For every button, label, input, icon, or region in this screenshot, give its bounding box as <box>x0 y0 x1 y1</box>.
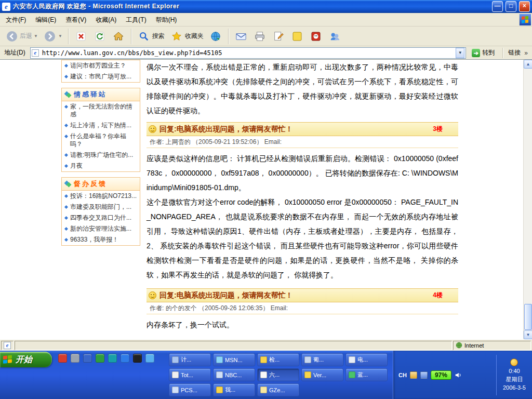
volume-icon[interactable] <box>71 354 79 363</box>
menu-favorites[interactable]: 收藏(A) <box>91 14 121 26</box>
vertical-scrollbar[interactable]: ▲ ▼ <box>523 60 532 339</box>
mail-button[interactable] <box>233 29 250 44</box>
sidebar-topic-link[interactable]: 投诉：16路皖NO7213... <box>62 191 140 202</box>
menu-edit[interactable]: 编辑(E) <box>31 14 61 26</box>
menu-help[interactable]: 帮助(H) <box>151 14 182 26</box>
home-button[interactable] <box>110 29 127 44</box>
qq-button[interactable] <box>308 29 325 44</box>
bullet-icon <box>64 238 68 242</box>
language-indicator[interactable]: CH <box>398 372 407 378</box>
sidebar-topic-link[interactable]: 月夜 <box>62 161 140 171</box>
sidebar-topic-link[interactable]: 建议：市民广场可放... <box>62 71 140 82</box>
taskbar-button[interactable]: NBC... <box>213 368 255 381</box>
close-button[interactable]: × <box>519 1 530 12</box>
stop-button[interactable] <box>73 29 90 44</box>
taskbar-button[interactable]: Ver... <box>301 368 343 381</box>
links-chevron-icon[interactable]: » <box>523 49 530 57</box>
go-button[interactable]: ➔ 转到 <box>469 48 498 58</box>
qq-icon[interactable] <box>133 354 142 363</box>
status-message-cell <box>15 341 452 350</box>
sidebar-topic-link[interactable]: 坛上冷清，坛下热情... <box>62 120 140 131</box>
sidebar-topic-link[interactable]: 四季春交叉路口为什... <box>62 212 140 223</box>
search-button[interactable]: 搜索 <box>136 29 167 44</box>
media-button[interactable] <box>207 29 224 44</box>
security-icon[interactable] <box>420 371 428 379</box>
media-player-icon[interactable] <box>58 354 67 363</box>
task-label: 我... <box>225 386 235 394</box>
taskbar-button[interactable]: 我... <box>213 383 255 396</box>
print-button[interactable] <box>251 29 269 44</box>
sidebar-topic-link[interactable]: 市建委及职能部门，... <box>62 202 140 212</box>
taskbar-button[interactable]: MSN... <box>213 353 255 366</box>
volume-icon[interactable] <box>455 371 462 379</box>
taskbar-button[interactable]: Tot... <box>169 368 211 381</box>
quick-launch-bar <box>58 354 154 363</box>
ie-app-icon: e <box>2 3 10 11</box>
stop-icon <box>75 30 88 43</box>
menu-file[interactable]: 文件(F) <box>1 14 31 26</box>
messenger-button[interactable] <box>326 29 343 44</box>
taskbar-button[interactable]: 计... <box>169 353 211 366</box>
sidebar-topic-link[interactable]: 家，一段无法割舍的情感 <box>62 101 140 120</box>
reply-author-line: 作者: 的个的发个 （2005-09-26 12:06:35） Email: <box>147 302 458 314</box>
section-title: 情感驿站 <box>74 90 107 99</box>
maximize-button[interactable]: □ <box>506 1 516 12</box>
forum-main: 偶尔一次不理会，系统出错是正常的，重新启动即可，出现次数多了，两种情况比较常见，… <box>147 60 458 334</box>
favorites-button[interactable]: 收藏夹 <box>168 29 206 44</box>
minimize-button[interactable]: — <box>492 1 503 12</box>
taskbar-button[interactable]: 葡... <box>301 353 343 366</box>
taskbar-button-active[interactable]: 六... <box>257 368 299 381</box>
links-label[interactable]: 链接 <box>508 48 521 57</box>
ime-icon[interactable] <box>410 371 417 379</box>
sidebar-topics-box: 请问市都芳园业主？ 建议：市民广场可放... <box>61 60 140 83</box>
back-label: 后退 <box>20 32 32 41</box>
address-dropdown-icon[interactable]: ▼ <box>456 48 464 58</box>
sidebar-topic-link[interactable]: 96333，我举报！ <box>62 234 140 245</box>
back-button[interactable]: 后退 ▼ <box>3 29 40 44</box>
start-button[interactable]: 开始 <box>0 352 52 367</box>
reply-body: 内存条坏了，换一个试试。 <box>147 314 458 334</box>
edit-button[interactable] <box>270 29 287 44</box>
notes-button[interactable] <box>289 29 306 44</box>
sidebar-topic-link[interactable]: 什么是幸福？你幸福吗？ <box>62 131 140 150</box>
forward-dropdown-icon[interactable]: ▼ <box>58 34 62 38</box>
bullet-icon <box>64 194 68 198</box>
address-input[interactable] <box>41 49 454 57</box>
battery-indicator[interactable]: 97% <box>431 370 451 380</box>
forward-button[interactable]: ▼ <box>42 29 64 44</box>
sidebar-topic-link[interactable]: 请问市都芳园业主？ <box>62 60 140 71</box>
back-dropdown-icon[interactable]: ▼ <box>34 34 38 38</box>
taskbar-button[interactable]: GZe... <box>257 383 299 396</box>
reply-paragraph: 这个是微软官方对这个error code的解释， 0x10000050 erro… <box>147 195 458 282</box>
scroll-down-icon[interactable]: ▼ <box>524 330 532 339</box>
scrollbar-thumb[interactable] <box>524 304 532 330</box>
ie-icon[interactable] <box>121 354 129 363</box>
save-disk-icon[interactable] <box>83 354 92 363</box>
taskbar-button[interactable]: 蓝... <box>345 368 388 381</box>
sidebar-topic-link[interactable]: 新的治安管理法实施... <box>62 223 140 234</box>
refresh-button[interactable] <box>91 29 109 44</box>
address-input-wrap: e ▼ <box>30 47 467 59</box>
menu-view[interactable]: 查看(V) <box>61 14 91 26</box>
bullet-icon <box>64 105 68 109</box>
taskbar-button[interactable]: PCS... <box>169 383 211 396</box>
post-body-text: 偶尔一次不理会，系统出错是正常的，重新启动即可，出现次数多了，两种情况比较常见，… <box>147 60 458 118</box>
antivirus-icon[interactable] <box>96 354 104 363</box>
section-title: 督办反馈 <box>74 179 107 189</box>
reply-header: 回复:电脑系统出现问题，烦请网友帮忙！ 4楼 <box>147 288 458 302</box>
windows-flag-icon <box>3 355 12 364</box>
menu-bar: 文件(F) 编辑(E) 查看(V) 收藏(A) 工具(T) 帮助(H) <box>0 13 532 26</box>
scroll-up-icon[interactable]: ▲ <box>524 60 532 69</box>
topic-label: 请问市都芳园业主？ <box>70 62 126 70</box>
outlook-icon[interactable] <box>145 354 154 363</box>
taskbar-button[interactable]: 电... <box>345 353 388 366</box>
window-icon <box>260 387 267 393</box>
messenger-icon[interactable] <box>108 354 117 363</box>
taskbar-button[interactable]: 检... <box>257 353 299 366</box>
clock-date: 2006-3-5 <box>503 383 526 392</box>
sidebar-topic-link[interactable]: 请教:明珠广场住宅的... <box>62 150 140 161</box>
forward-icon <box>44 30 57 43</box>
topic-label: 新的治安管理法实施... <box>70 225 131 233</box>
menu-tools[interactable]: 工具(T) <box>121 14 151 26</box>
mail-icon <box>235 30 248 43</box>
